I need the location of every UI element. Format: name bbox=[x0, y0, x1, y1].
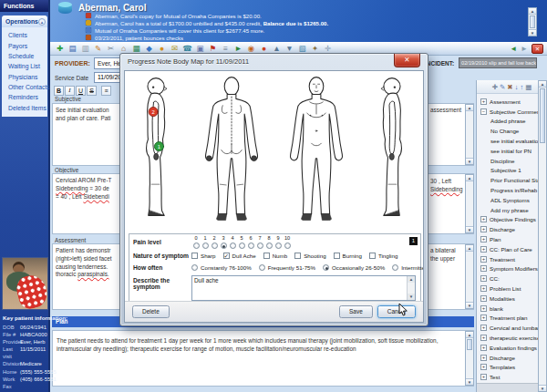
tree-item-therapeutic-exercise[interactable]: +therapeutic exercise bbox=[477, 333, 547, 343]
sidebar-item-clients[interactable]: Clients bbox=[2, 30, 47, 40]
cancel-button[interactable]: Cancel bbox=[377, 305, 416, 318]
scroll-down-icon[interactable]: ▼ bbox=[466, 226, 473, 232]
expand-icon[interactable]: + bbox=[480, 246, 487, 253]
move-down-icon[interactable]: ↓ bbox=[515, 81, 519, 93]
scroll-down-icon[interactable]: ▼ bbox=[539, 385, 546, 391]
checkbox-dull-ache[interactable]: ✓ bbox=[223, 253, 230, 259]
tree-item-blank[interactable]: +blank bbox=[477, 304, 547, 314]
expand-icon[interactable]: + bbox=[480, 325, 487, 331]
align-icon[interactable]: ≡ bbox=[101, 86, 111, 96]
collapse-icon[interactable]: − bbox=[480, 108, 487, 115]
add-icon[interactable]: ✚ bbox=[54, 43, 66, 54]
tree-item-prior-functional-status[interactable]: Prior Functional Status bbox=[477, 175, 547, 185]
move-up-icon[interactable]: ↑ bbox=[520, 81, 523, 93]
describe-symptom-input[interactable]: Dull ache ▲ ▼ bbox=[191, 275, 416, 301]
pain-level-radio-3[interactable] bbox=[221, 242, 227, 249]
nature-option-tingling[interactable]: Tingling bbox=[369, 253, 397, 259]
tree-item-modalities[interactable]: +Modalities bbox=[477, 294, 547, 304]
sidebar-item-waiting-list[interactable]: Waiting List bbox=[2, 61, 47, 71]
often-option-intermittently-0-25[interactable]: Intermittently 0 - 25% bbox=[392, 264, 424, 271]
back-arrow-icon[interactable]: ◄ bbox=[510, 45, 517, 53]
pain-level-6[interactable]: 6 bbox=[246, 235, 255, 249]
tree-item-objective-findings[interactable]: +Objective Findings bbox=[477, 215, 547, 225]
often-option-occasionally-26-50[interactable]: Occasionally 26-50% bbox=[323, 264, 385, 271]
format-u-button[interactable]: U bbox=[76, 86, 86, 96]
expand-icon[interactable]: + bbox=[480, 345, 487, 351]
phrase-panel-scrollbar[interactable]: ▲ ▼ bbox=[538, 80, 547, 392]
plan-scrollbar[interactable]: ▲ ▼ bbox=[465, 331, 474, 386]
scroll-up-icon[interactable]: ▲ bbox=[466, 105, 473, 111]
sidebar-item-physicians[interactable]: Physicians bbox=[2, 72, 47, 82]
expand-icon[interactable]: + bbox=[480, 256, 487, 263]
operations-header[interactable]: Operations ▴ bbox=[2, 15, 47, 27]
tree-item-symptom-modifiers[interactable]: +Symptom Modifiers bbox=[477, 264, 547, 274]
tree-item-discharge[interactable]: +Discharge bbox=[477, 224, 547, 234]
grid-icon[interactable]: ▦ bbox=[525, 81, 532, 93]
forward-arrow-icon[interactable]: ► bbox=[521, 45, 528, 53]
format-b-button[interactable]: B bbox=[54, 86, 64, 96]
copy-icon[interactable]: ▥ bbox=[79, 43, 91, 54]
scrollbar-thumb[interactable] bbox=[540, 88, 545, 143]
pain-level-8[interactable]: 8 bbox=[264, 235, 274, 249]
format-i-button[interactable]: I bbox=[65, 86, 75, 96]
sidebar-item-schedule[interactable]: Schedule bbox=[2, 51, 47, 61]
pain-level-5[interactable]: 5 bbox=[237, 235, 246, 249]
alerts-scrollbar[interactable]: ▲ ▼ bbox=[528, 7, 537, 36]
pain-level-9[interactable]: 9 bbox=[274, 235, 283, 249]
expand-icon[interactable]: + bbox=[480, 285, 487, 292]
tree-item-subjective-comments[interactable]: −Subjective Comments bbox=[477, 107, 547, 117]
body-figure-back-view[interactable] bbox=[193, 76, 270, 229]
sidebar-item-other-contacts[interactable]: Other Contacts bbox=[2, 82, 47, 92]
tree-item-adl-symptoms[interactable]: ADL Symptoms bbox=[477, 195, 547, 205]
pain-level-radio-7[interactable] bbox=[257, 242, 263, 249]
expand-icon[interactable]: + bbox=[480, 98, 487, 105]
nature-option-numb[interactable]: Numb bbox=[263, 253, 288, 259]
save-icon[interactable]: ▤ bbox=[67, 43, 78, 54]
expand-icon[interactable]: + bbox=[480, 374, 487, 380]
often-option-constantly-76-100[interactable]: Constantly 76-100% bbox=[191, 264, 252, 271]
scroll-up-icon[interactable]: ▲ bbox=[408, 276, 415, 283]
close-window-button[interactable]: ✕ bbox=[532, 44, 543, 54]
pain-level-3[interactable]: 3 bbox=[219, 235, 228, 249]
plan-textarea[interactable]: The patient needs to attend for treatmen… bbox=[52, 330, 474, 387]
scrollbar-thumb[interactable] bbox=[467, 339, 472, 350]
tree-item-treatment[interactable]: +Treatment bbox=[477, 254, 547, 264]
pain-level-radio-6[interactable] bbox=[248, 242, 254, 249]
tree-item-added-phrase[interactable]: Added phrase bbox=[477, 117, 547, 127]
cut-icon[interactable]: ✂ bbox=[105, 43, 117, 54]
nature-option-dull-ache[interactable]: ✓Dull Ache bbox=[223, 253, 256, 259]
checkbox-burning[interactable] bbox=[334, 253, 340, 259]
expand-icon[interactable]: + bbox=[480, 295, 487, 302]
sidebar-item-reminders[interactable]: Reminders bbox=[2, 92, 47, 102]
edit-icon[interactable]: ✎ bbox=[92, 43, 104, 54]
expand-icon[interactable]: + bbox=[480, 216, 487, 222]
scroll-down-icon[interactable]: ▼ bbox=[466, 158, 473, 164]
nature-option-burning[interactable]: Burning bbox=[334, 253, 362, 259]
pain-level-radio-4[interactable] bbox=[230, 242, 236, 249]
radio-constantly-76-100[interactable] bbox=[191, 264, 198, 271]
pain-level-4[interactable]: 4 bbox=[228, 235, 237, 249]
tree-item-plan[interactable]: +Plan bbox=[477, 234, 547, 244]
tree-item-cc-plan-of-care[interactable]: +CC: Plan of Care bbox=[477, 244, 547, 254]
nature-option-shooting[interactable]: Shooting bbox=[294, 253, 325, 259]
expand-icon[interactable]: + bbox=[480, 335, 487, 341]
format-s-button[interactable]: S bbox=[87, 86, 97, 96]
scroll-up-icon[interactable]: ▲ bbox=[466, 245, 473, 252]
pain-level-1[interactable]: 1 bbox=[201, 235, 210, 249]
tree-item-cc[interactable]: +CC: bbox=[477, 273, 547, 284]
scrollbar-thumb[interactable] bbox=[530, 15, 535, 28]
nature-option-sharp[interactable]: Sharp bbox=[191, 253, 216, 259]
scroll-up-icon[interactable]: ▲ bbox=[466, 332, 473, 338]
expand-icon[interactable]: + bbox=[480, 305, 487, 312]
operations-collapse-icon[interactable]: ▴ bbox=[38, 18, 46, 26]
often-option-frequently-51-75[interactable]: Frequently 51-75% bbox=[259, 264, 315, 271]
scroll-down-icon[interactable]: ▼ bbox=[408, 294, 415, 300]
tree-item-see-initial-for-pn[interactable]: see initial for PN bbox=[477, 146, 547, 156]
scroll-up-icon[interactable]: ▲ bbox=[466, 175, 473, 181]
scroll-down-icon[interactable]: ▼ bbox=[529, 29, 536, 36]
pain-level-radio-2[interactable] bbox=[212, 242, 218, 249]
scroll-down-icon[interactable]: ▼ bbox=[466, 302, 473, 308]
checkbox-tingling[interactable] bbox=[369, 253, 376, 259]
expand-icon[interactable]: + bbox=[480, 315, 487, 321]
checkbox-numb[interactable] bbox=[263, 253, 270, 259]
